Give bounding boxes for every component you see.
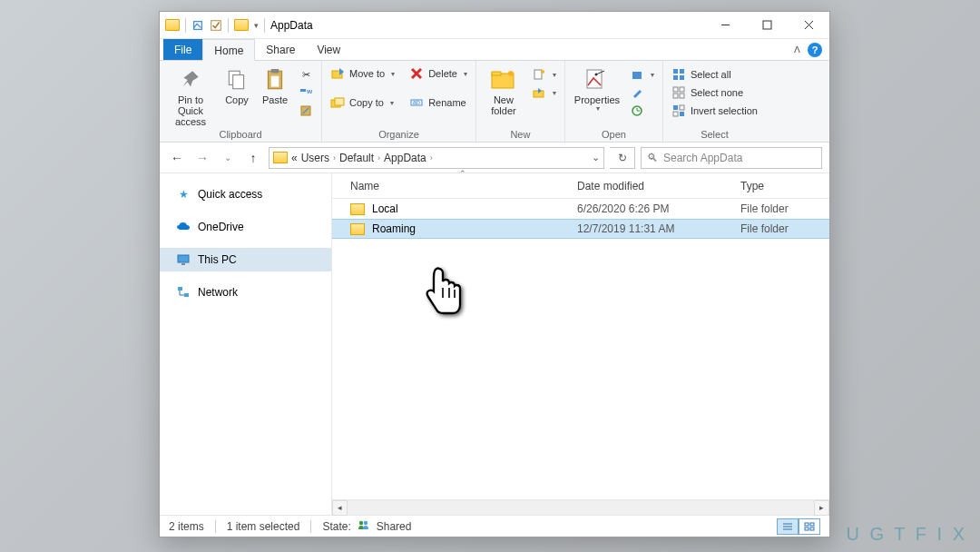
new-folder-icon [489,67,518,93]
new-item-button[interactable]: ▾ [529,66,559,83]
help-icon[interactable]: ? [808,43,822,57]
history-icon [630,104,644,118]
scroll-left-icon[interactable]: ◂ [332,500,348,516]
horizontal-scrollbar[interactable]: ◂ ▸ [332,499,829,515]
svg-rect-52 [805,523,808,526]
copy-to-button[interactable]: Copy to▾ [328,94,397,111]
new-folder-button[interactable]: New folder [482,64,525,116]
select-none-button[interactable]: Select none [669,84,760,101]
view-details-button[interactable] [777,518,799,535]
svg-rect-9 [271,69,279,73]
sort-indicator-icon: ⌃ [459,169,466,178]
svg-point-47 [359,521,363,525]
column-header-name[interactable]: Name [350,180,577,192]
qat-props-icon[interactable] [191,19,204,32]
copy-button[interactable]: Copy [220,64,254,105]
collapse-ribbon-icon[interactable]: ᐱ [794,44,800,54]
breadcrumb-overflow[interactable]: « [291,152,298,164]
sidebar-item-this-pc[interactable]: This PC [160,248,331,271]
breadcrumb-users[interactable]: Users [301,152,329,164]
svg-rect-46 [184,293,189,297]
svg-rect-33 [673,75,678,80]
move-to-button[interactable]: Move to▾ [328,65,397,82]
tab-share[interactable]: Share [255,39,306,60]
star-icon: ★ [176,187,191,202]
sidebar-item-onedrive[interactable]: OneDrive [160,215,331,239]
nav-forward-button[interactable]: → [192,148,212,168]
tab-view[interactable]: View [306,39,351,60]
open-button[interactable]: ▾ [627,66,657,83]
svg-rect-10 [271,76,279,87]
svg-rect-29 [632,72,642,79]
nav-recent-button[interactable]: ⌄ [218,148,238,168]
nav-up-button[interactable]: ↑ [243,148,263,168]
nav-back-button[interactable]: ← [167,148,187,168]
address-bar[interactable]: « Users › Default › AppData › ⌄ [269,147,604,169]
search-input[interactable]: 🔍︎ Search AppData [641,147,822,169]
sidebar-item-network[interactable]: Network [160,281,331,304]
paste-icon [260,67,289,93]
history-button[interactable] [627,103,657,119]
column-header-date[interactable]: Date modified [577,180,740,192]
cut-button[interactable]: ✂ [296,66,316,83]
svg-rect-32 [680,69,684,74]
ribbon-group-organize-label: Organize [328,128,470,140]
rename-button[interactable]: abRename [407,94,470,111]
copy-path-button[interactable]: w [296,84,316,101]
moveto-icon [330,66,345,81]
paste-button[interactable]: Paste [258,64,292,105]
file-row-roaming[interactable]: Roaming 12/7/2019 11:31 AM File folder [332,219,829,239]
breadcrumb-appdata[interactable]: AppData [384,152,426,164]
status-item-count: 2 items [169,520,204,533]
minimize-button[interactable] [704,12,746,39]
invert-selection-button[interactable]: Invert selection [669,103,760,119]
delete-button[interactable]: Delete▾ [407,65,470,82]
paste-shortcut-button[interactable] [296,103,316,119]
tab-home[interactable]: Home [202,39,255,61]
svg-rect-34 [680,75,684,80]
explorer-window: ▾ AppData File Home Share View ᐱ ? Pin t… [159,11,830,537]
svg-rect-1 [211,20,221,30]
scroll-right-icon[interactable]: ▸ [814,500,829,516]
ribbon-group-new-label: New [482,128,559,140]
status-state-value: Shared [377,520,412,533]
column-header-type[interactable]: Type [740,180,829,192]
address-folder-icon [273,152,288,163]
copyto-icon [330,95,345,110]
tab-file[interactable]: File [163,39,202,60]
file-row-local[interactable]: Local 6/26/2020 6:26 PM File folder [332,199,829,219]
svg-rect-54 [805,527,808,530]
easy-access-button[interactable]: ▾ [529,84,559,101]
breadcrumb-default[interactable]: Default [339,152,374,164]
svg-rect-53 [810,523,814,526]
select-all-button[interactable]: Select all [669,66,760,83]
ribbon: Pin to Quick access Copy Paste ✂ w Clipb… [160,61,829,143]
ribbon-tabs: File Home Share View ᐱ ? [160,39,829,61]
properties-button[interactable]: Properties▾ [571,64,623,113]
edit-icon [630,85,644,100]
path-icon: w [299,85,313,100]
close-button[interactable] [788,12,829,39]
watermark-text: U G T F I X [847,524,967,545]
file-list-pane: ⌃ Name Date modified Type Local 6/26/202… [332,173,829,515]
pin-icon [176,67,205,93]
svg-rect-24 [534,70,542,79]
ribbon-group-clipboard-label: Clipboard [165,128,316,140]
monitor-icon [176,252,191,267]
copy-icon [222,67,251,93]
pin-to-quick-access-button[interactable]: Pin to Quick access [165,64,216,127]
select-all-icon [671,67,686,82]
search-icon: 🔍︎ [647,152,658,164]
qat-checked-icon[interactable] [210,19,222,32]
refresh-button[interactable]: ↻ [610,147,635,169]
svg-text:w: w [306,87,312,95]
edit-button[interactable] [627,84,657,101]
address-dropdown-icon[interactable]: ⌄ [592,152,600,163]
network-icon [176,285,191,300]
view-large-icons-button[interactable] [799,518,820,535]
easy-access-icon [532,85,546,100]
app-folder-icon [165,19,180,31]
sidebar-item-quick-access[interactable]: ★ Quick access [160,182,331,206]
maximize-button[interactable] [746,12,788,39]
window-title: AppData [270,19,313,32]
